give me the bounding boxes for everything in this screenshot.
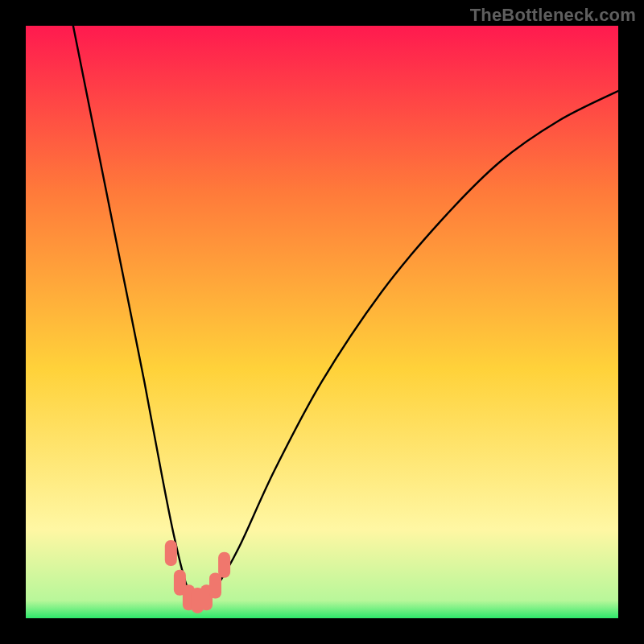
outer-frame: TheBottleneck.com — [0, 0, 644, 644]
chart-svg — [26, 26, 618, 618]
plot-area — [26, 26, 618, 618]
highlight-marker — [165, 540, 177, 566]
highlight-marker — [218, 552, 230, 578]
highlight-marker — [209, 573, 221, 599]
gradient-bg — [26, 26, 618, 618]
watermark-text: TheBottleneck.com — [470, 5, 636, 26]
